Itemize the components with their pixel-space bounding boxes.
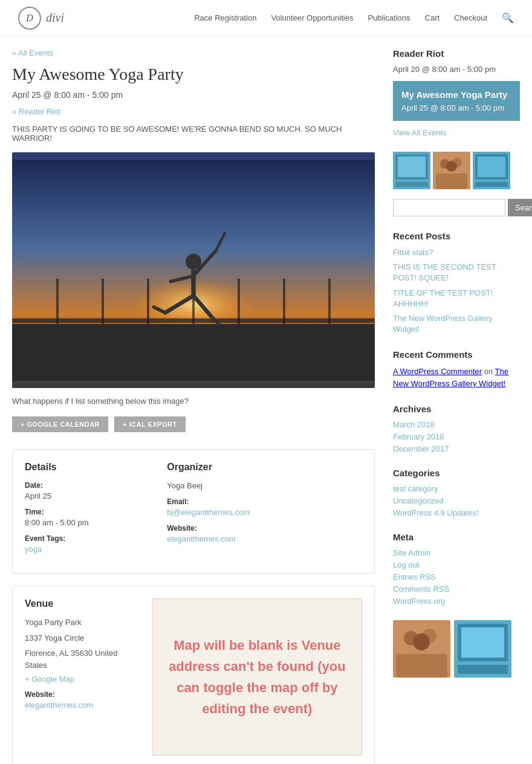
comment-text: A WordPress Commenter on The New WordPre… [393, 366, 520, 389]
logo-letter: D [26, 13, 33, 24]
tags-value: yoga [25, 545, 155, 554]
featured-event-card: My Awesome Yoga Party April 25 @ 8:00 am… [393, 81, 520, 121]
upcoming-pre-date: April 20 @ 8:00 am - 5:00 pm [393, 65, 496, 74]
time-value: 8:00 am - 5:00 pm [25, 518, 155, 527]
all-events-link[interactable]: « All Events [12, 48, 375, 57]
event-description: THIS PARTY IS GOING TO BE SO AWESOME! WE… [12, 125, 375, 143]
archives-heading: Archives [393, 404, 520, 414]
organizer-email-label: Email: [167, 497, 362, 506]
categories-heading: Categories [393, 468, 520, 478]
sidebar: Reader Riot April 20 @ 8:00 am - 5:00 pm… [393, 48, 520, 764]
meta-log-out[interactable]: Log out [393, 560, 520, 569]
svg-rect-23 [395, 182, 428, 187]
recent-post-3[interactable]: TITLE OF THE TEST POST! AHHHHH! [393, 288, 520, 309]
organizer-email-link[interactable]: bj@elegantthemes.com [167, 508, 250, 517]
yoga-tag-link[interactable]: yoga [25, 545, 42, 554]
svg-rect-28 [436, 173, 467, 189]
sidebar-categories: Categories test category Uncategorized W… [393, 468, 520, 517]
archive-february-2018[interactable]: February 2018 [393, 432, 520, 441]
nav-publications[interactable]: Publications [368, 13, 410, 22]
meta-comments-rss[interactable]: Comments RSS [393, 584, 520, 594]
nav-cart[interactable]: Cart [425, 13, 440, 22]
comment-on-text: on [484, 367, 495, 376]
svg-point-36 [413, 633, 430, 650]
sidebar-recent-posts: Recent Posts Fitbit stats? THIS IS THE S… [393, 231, 520, 335]
sidebar-thumbnails [393, 152, 520, 189]
organizer-name: Yoga Beej [167, 481, 362, 490]
svg-point-27 [446, 161, 457, 172]
sidebar-archives: Archives March 2018 February 2018 Decemb… [393, 404, 520, 453]
svg-rect-37 [396, 654, 447, 678]
organizer-website-label: Website: [167, 524, 362, 533]
search-icon-button[interactable]: 🔍 [502, 12, 514, 24]
calendar-buttons: + GOOGLE CALENDAR + ICAL EXPORT [12, 416, 375, 432]
recent-post-2[interactable]: THIS IS THE SECOND TEST POST! SQUEE! [393, 262, 520, 283]
venue-section: Venue Yoga Party Park 1337 Yoga Circle F… [12, 586, 375, 764]
meta-wordpress-org[interactable]: WordPress.org [393, 597, 520, 606]
svg-rect-22 [398, 157, 426, 177]
page-wrapper: « All Events My Awesome Yoga Party April… [0, 36, 532, 764]
main-nav: Race Registration Volunteer Opportunitie… [194, 12, 514, 24]
category-wp-updates[interactable]: WordPress 4.9 Updates! [393, 508, 520, 517]
main-content: « All Events My Awesome Yoga Party April… [12, 48, 375, 764]
time-label: Time: [25, 508, 155, 516]
venue-website-label: Website: [25, 690, 140, 699]
bottom-thumbnail-1 [393, 620, 450, 678]
details-organizer-section: Details Date: April 25 Time: 8:00 am - 5… [12, 449, 375, 574]
venue-heading: Venue [25, 598, 140, 609]
svg-rect-31 [478, 157, 505, 177]
svg-rect-40 [461, 627, 504, 658]
meta-site-admin[interactable]: Site Admin [393, 548, 520, 557]
site-header: D divi Race Registration Volunteer Oppor… [0, 0, 532, 36]
search-bar: Search [393, 199, 520, 216]
ical-export-button[interactable]: + ICAL EXPORT [114, 416, 186, 432]
bottom-thumbnail-2 [454, 620, 511, 678]
sidebar-bottom-thumbnails [393, 620, 520, 678]
organizer-website-link[interactable]: elegantthemes.com [167, 534, 235, 543]
nav-checkout[interactable]: Checkout [454, 13, 487, 22]
site-logo: D divi [18, 7, 64, 30]
organizer-website: elegantthemes.com [167, 534, 362, 543]
upcoming-event-pre: April 20 @ 8:00 am - 5:00 pm [393, 65, 520, 74]
event-image [12, 152, 375, 388]
google-calendar-button[interactable]: + GOOGLE CALENDAR [12, 416, 108, 432]
venue-info: Venue Yoga Party Park 1337 Yoga Circle F… [25, 598, 140, 756]
venue-website-link[interactable]: elegantthemes.com [25, 701, 93, 710]
venue-address2: Florence, AL 35630 United States [25, 647, 140, 671]
venue-name: Yoga Party Park [25, 617, 140, 629]
nav-race-registration[interactable]: Race Registration [194, 13, 256, 22]
date-value: April 25 [25, 491, 155, 500]
svg-rect-32 [475, 182, 508, 187]
thumbnail-3 [473, 152, 510, 189]
search-button[interactable]: Search [508, 199, 532, 216]
archive-december-2017[interactable]: December 2017 [393, 444, 520, 453]
recent-posts-heading: Recent Posts [393, 231, 520, 241]
sidebar-meta: Meta Site Admin Log out Entries RSS Comm… [393, 532, 520, 606]
map-placeholder: Map will be blank is Venue address can't… [152, 598, 362, 756]
nav-volunteer-opportunities[interactable]: Volunteer Opportunities [271, 13, 354, 22]
view-all-events-link[interactable]: View All Events [393, 128, 520, 137]
meta-entries-rss[interactable]: Entries RSS [393, 572, 520, 581]
logo-name: divi [46, 11, 64, 25]
date-label: Date: [25, 481, 155, 490]
event-title: My Awesome Yoga Party [12, 65, 375, 84]
sidebar-upcoming-heading: Reader Riot [393, 48, 520, 59]
sidebar-recent-comments: Recent Comments A WordPress Commenter on… [393, 349, 520, 389]
meta-heading: Meta [393, 532, 520, 542]
comment-author-link[interactable]: A WordPress Commenter [393, 367, 482, 376]
details-column: Details Date: April 25 Time: 8:00 am - 5… [25, 462, 155, 561]
map-placeholder-text: Map will be blank is Venue address can't… [165, 635, 349, 720]
thumbnail-2 [433, 152, 470, 189]
archive-march-2018[interactable]: March 2018 [393, 420, 520, 429]
logo-circle: D [18, 7, 41, 30]
featured-event-date: April 25 @ 8:00 am - 5:00 pm [401, 103, 511, 112]
category-test[interactable]: test category [393, 484, 520, 493]
search-input[interactable] [393, 199, 505, 216]
details-heading: Details [25, 462, 155, 473]
google-map-link[interactable]: + Google Map [25, 675, 74, 684]
recent-post-1[interactable]: Fitbit stats? [393, 247, 520, 258]
featured-event-title: My Awesome Yoga Party [401, 89, 511, 100]
category-uncategorized[interactable]: Uncategorized [393, 496, 520, 505]
back-link[interactable]: « Reader Riot [12, 107, 375, 116]
recent-post-4[interactable]: The New WordPress Gallery Widget! [393, 313, 520, 335]
